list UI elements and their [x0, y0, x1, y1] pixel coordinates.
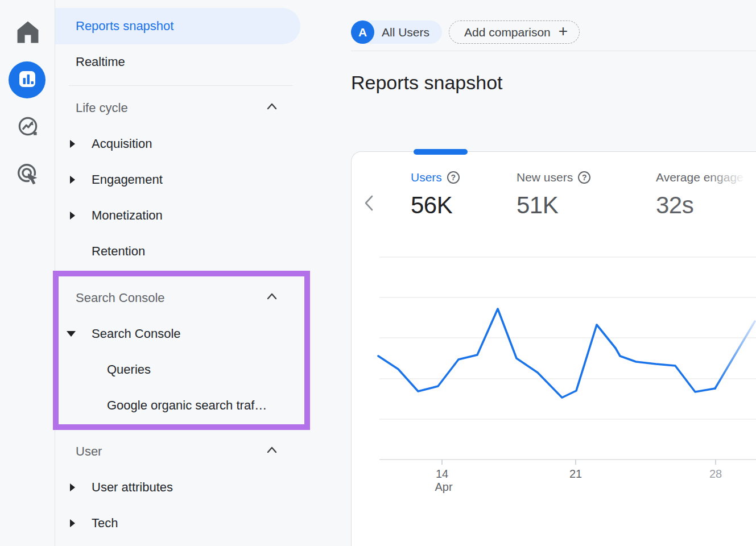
sidebar-item-label: User attributes	[92, 480, 173, 495]
explore-nav-button[interactable]	[0, 114, 55, 141]
metric-new-users[interactable]: New users ? 51K	[517, 171, 590, 219]
segment-avatar: A	[351, 20, 374, 44]
sidebar-item-label: Retention	[92, 244, 145, 259]
help-icon[interactable]: ?	[447, 171, 460, 184]
sidebar-item-user-attributes[interactable]: User attributes	[55, 473, 340, 502]
trend-circle-icon	[15, 114, 40, 141]
metric-label: New users	[517, 171, 573, 184]
metric-value: 32s	[656, 192, 756, 219]
section-title: Life cycle	[76, 101, 128, 115]
expand-right-icon	[70, 176, 75, 184]
chevron-left-icon	[362, 193, 377, 213]
metric-average-engagement[interactable]: Average engage 32s	[656, 171, 756, 219]
add-comparison-button[interactable]: Add comparison +	[449, 20, 580, 44]
sidebar-item-monetization[interactable]: Monetization	[55, 201, 340, 230]
metric-value: 56K	[411, 192, 460, 219]
sidebar-item-label: Acquisition	[92, 136, 152, 151]
section-header-life-cycle[interactable]: Life cycle	[55, 93, 340, 123]
x-tick-sublabel: Apr	[435, 481, 452, 493]
x-tick-label: 14	[436, 468, 448, 480]
metric-value: 51K	[517, 192, 590, 219]
expand-right-icon	[70, 140, 75, 148]
sidebar-item-retention[interactable]: Retention	[55, 237, 340, 266]
expand-right-icon	[70, 519, 75, 527]
sidebar-item-label: Tech	[92, 516, 118, 531]
add-comparison-label: Add comparison	[464, 26, 551, 39]
chevron-up-icon[interactable]	[266, 291, 278, 305]
sidebar-item-label: Monetization	[92, 208, 163, 223]
page-title: Reports snapshot	[351, 72, 503, 94]
sidebar-item-engagement[interactable]: Engagement	[55, 165, 340, 195]
x-tick-label: 21	[569, 468, 582, 480]
sidebar-item-queries[interactable]: Queries	[55, 355, 340, 384]
sidebar-item-tech[interactable]: Tech	[55, 508, 340, 538]
home-icon	[13, 17, 43, 49]
sidebar-item-label: Engagement	[92, 172, 163, 187]
x-tick-label: 28	[709, 468, 722, 480]
all-users-label: All Users	[382, 26, 429, 39]
target-cursor-icon	[15, 161, 41, 189]
chevron-up-icon[interactable]	[266, 101, 278, 115]
sidebar-item-label: Queries	[107, 362, 151, 377]
section-header-user[interactable]: User	[55, 437, 340, 466]
chevron-up-icon[interactable]	[266, 444, 278, 459]
sidebar-item-label: Reports snapshot	[76, 19, 173, 34]
section-title: User	[76, 444, 102, 459]
help-icon[interactable]: ?	[578, 171, 590, 184]
section-header-search-console[interactable]: Search Console	[55, 283, 340, 313]
metric-users[interactable]: Users ? 56K	[411, 171, 460, 219]
ga4-reports-page: Reports snapshot Realtime Life cycle Acq…	[0, 0, 756, 546]
sidebar-item-label: Realtime	[76, 55, 125, 69]
expand-down-icon	[67, 331, 76, 337]
reports-nav-button[interactable]	[9, 61, 46, 98]
all-users-segment-chip[interactable]: A All Users	[351, 20, 442, 44]
reports-sidebar: Reports snapshot Realtime Life cycle Acq…	[55, 0, 349, 546]
section-title: Search Console	[76, 291, 165, 305]
expand-right-icon	[70, 483, 75, 491]
users-series-line	[378, 309, 715, 398]
sidebar-item-acquisition[interactable]: Acquisition	[55, 129, 340, 159]
plus-icon: +	[559, 23, 568, 41]
header-divider	[351, 51, 756, 51]
carousel-left-button[interactable]	[362, 193, 377, 213]
bar-chart-icon	[14, 65, 41, 95]
sidebar-item-search-console[interactable]: Search Console	[55, 319, 340, 349]
users-line-chart: 14Apr2128	[351, 245, 756, 512]
home-nav-button[interactable]	[0, 17, 55, 49]
users-chart-area: 14Apr2128	[351, 245, 756, 512]
expand-right-icon	[70, 212, 75, 220]
app-nav-rail	[0, 0, 55, 546]
sidebar-item-reports-snapshot[interactable]: Reports snapshot	[55, 8, 300, 44]
sidebar-item-label: Search Console	[92, 326, 181, 341]
carousel-active-indicator	[414, 149, 468, 155]
sidebar-item-realtime[interactable]: Realtime	[55, 47, 340, 77]
sidebar-item-google-organic-search-traffic[interactable]: Google organic search traf…	[55, 391, 340, 420]
metric-label: Users	[411, 171, 442, 184]
metric-label: Average engage	[656, 171, 743, 184]
advertising-nav-button[interactable]	[0, 161, 55, 189]
sidebar-divider	[69, 85, 293, 86]
sidebar-item-label: Google organic search traf…	[107, 398, 267, 413]
